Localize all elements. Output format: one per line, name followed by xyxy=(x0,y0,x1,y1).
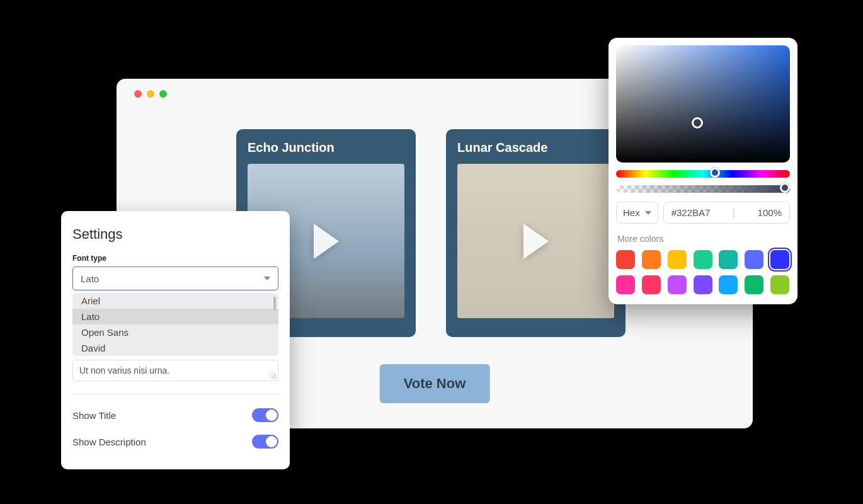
color-swatch[interactable] xyxy=(770,275,789,294)
description-textarea[interactable]: Ut non varius nisi urna. xyxy=(72,360,278,381)
show-title-toggle[interactable] xyxy=(252,408,278,422)
opacity-value: 100% xyxy=(758,207,782,218)
show-description-row: Show Description xyxy=(72,428,278,455)
show-title-label: Show Title xyxy=(72,410,116,421)
color-swatch[interactable] xyxy=(616,275,635,294)
gradient-cursor[interactable] xyxy=(692,117,703,129)
hue-knob[interactable] xyxy=(710,168,720,178)
show-title-row: Show Title xyxy=(72,402,278,428)
hex-input[interactable]: #322BA7 | 100% xyxy=(663,202,790,224)
color-swatch[interactable] xyxy=(719,275,738,294)
font-option[interactable]: David xyxy=(72,340,278,356)
color-swatch[interactable] xyxy=(616,250,635,269)
hue-slider[interactable] xyxy=(616,170,790,178)
dropdown-scrollbar[interactable] xyxy=(273,297,276,311)
color-gradient-area[interactable] xyxy=(616,45,790,163)
alpha-knob[interactable] xyxy=(780,183,790,193)
alpha-slider[interactable] xyxy=(616,185,790,193)
hex-value: #322BA7 xyxy=(672,207,711,218)
show-description-label: Show Description xyxy=(72,437,146,447)
close-window-dot[interactable] xyxy=(134,90,142,98)
minimize-window-dot[interactable] xyxy=(147,90,154,98)
video-card: Lunar Cascade xyxy=(446,129,626,337)
swatch-grid xyxy=(616,250,790,294)
color-swatch[interactable] xyxy=(745,275,763,294)
vote-now-button[interactable]: Vote Now xyxy=(380,364,490,403)
color-swatch[interactable] xyxy=(694,275,712,294)
more-colors-label: More colors xyxy=(617,234,790,244)
color-swatch[interactable] xyxy=(770,250,789,269)
font-option[interactable]: Open Sans xyxy=(72,324,278,340)
color-format-select[interactable]: Hex xyxy=(616,202,658,224)
chevron-down-icon xyxy=(645,211,651,215)
chevron-down-icon xyxy=(264,277,270,280)
settings-title: Settings xyxy=(72,226,278,243)
maximize-window-dot[interactable] xyxy=(159,90,167,98)
card-media[interactable] xyxy=(457,164,614,318)
resize-handle-icon[interactable] xyxy=(270,372,276,379)
play-icon[interactable] xyxy=(314,224,339,259)
color-swatch[interactable] xyxy=(694,250,712,269)
color-swatch[interactable] xyxy=(719,250,738,269)
font-option[interactable]: Ariel xyxy=(72,293,278,309)
color-swatch[interactable] xyxy=(745,250,763,269)
font-dropdown-list: Ariel Lato Open Sans David xyxy=(72,293,278,356)
card-title: Lunar Cascade xyxy=(457,140,614,155)
font-type-label: Font type xyxy=(72,254,278,263)
font-option[interactable]: Lato xyxy=(72,309,278,324)
color-value-row: Hex #322BA7 | 100% xyxy=(616,202,790,224)
color-swatch[interactable] xyxy=(668,250,687,269)
card-title: Echo Junction xyxy=(248,140,404,155)
font-select-value: Lato xyxy=(81,273,99,284)
settings-panel: Settings Font type Lato Ariel Lato Open … xyxy=(61,211,290,469)
show-description-toggle[interactable] xyxy=(252,435,278,449)
format-value: Hex xyxy=(623,207,640,218)
color-swatch[interactable] xyxy=(642,275,661,294)
play-icon[interactable] xyxy=(523,224,549,259)
color-swatch[interactable] xyxy=(642,250,661,269)
divider xyxy=(72,394,278,394)
color-picker-panel: Hex #322BA7 | 100% More colors xyxy=(609,38,797,304)
textarea-value: Ut non varius nisi urna. xyxy=(79,365,169,375)
font-type-select[interactable]: Lato xyxy=(72,266,278,290)
value-divider: | xyxy=(733,207,735,218)
color-swatch[interactable] xyxy=(668,275,687,294)
